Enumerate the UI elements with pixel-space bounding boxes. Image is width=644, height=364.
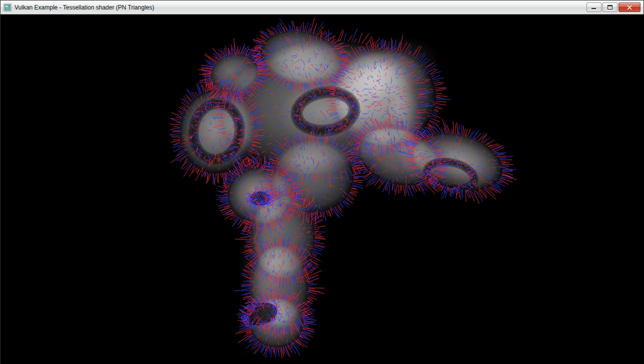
minimize-icon [592, 5, 596, 10]
maximize-button[interactable] [602, 2, 618, 12]
minimize-button[interactable] [586, 2, 602, 12]
window-title: Vulkan Example - Tessellation shader (PN… [14, 0, 154, 14]
titlebar[interactable]: Vulkan Example - Tessellation shader (PN… [0, 0, 644, 14]
close-button[interactable] [618, 2, 640, 12]
app-icon [4, 4, 12, 12]
close-icon [627, 5, 632, 10]
window-controls [586, 2, 644, 12]
vulkan-viewport[interactable] [0, 14, 644, 364]
maximize-icon [608, 5, 612, 10]
render-area [0, 14, 644, 364]
vulkan-example-window: Vulkan Example - Tessellation shader (PN… [0, 0, 644, 364]
